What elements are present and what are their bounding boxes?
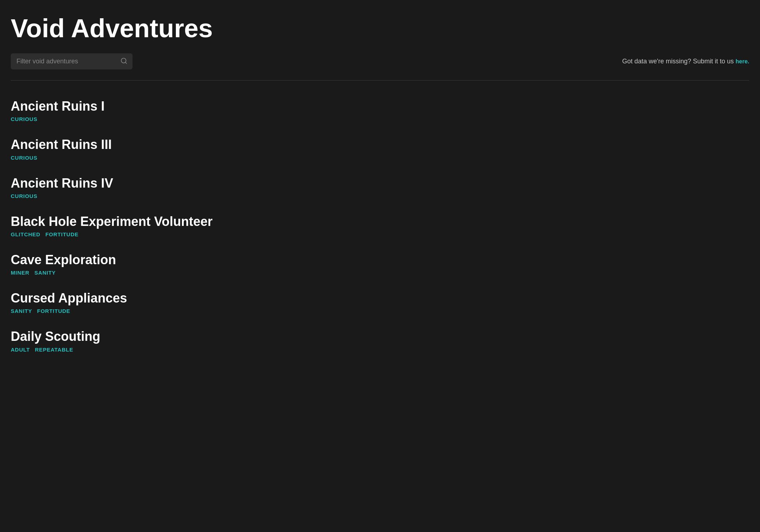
adventure-tags: CURIOUS <box>11 193 749 199</box>
submit-data-text: Got data we're missing? Submit it to us … <box>622 58 749 65</box>
list-item[interactable]: Ancient Ruins IVCURIOUS <box>11 168 749 207</box>
adventure-name: Cave Exploration <box>11 252 749 267</box>
adventure-list: Ancient Ruins ICURIOUSAncient Ruins IIIC… <box>11 91 749 360</box>
list-item[interactable]: Ancient Ruins IIICURIOUS <box>11 130 749 168</box>
adventure-tag: SANITY <box>11 308 32 314</box>
search-wrapper <box>11 53 133 69</box>
adventure-tag: CURIOUS <box>11 193 37 199</box>
list-item[interactable]: Cursed AppliancesSANITYFORTITUDE <box>11 283 749 321</box>
adventure-name: Ancient Ruins III <box>11 137 749 152</box>
list-item[interactable]: Ancient Ruins ICURIOUS <box>11 91 749 130</box>
adventure-name: Ancient Ruins I <box>11 98 749 114</box>
adventure-tag: CURIOUS <box>11 155 37 161</box>
adventure-tag: CURIOUS <box>11 116 37 122</box>
adventure-tag: ADULT <box>11 347 30 353</box>
adventure-tags: SANITYFORTITUDE <box>11 308 749 314</box>
list-item[interactable]: Daily ScoutingADULTREPEATABLE <box>11 321 749 360</box>
adventure-tag: REPEATABLE <box>35 347 73 353</box>
adventure-name: Cursed Appliances <box>11 290 749 306</box>
adventure-name: Daily Scouting <box>11 329 749 344</box>
list-item[interactable]: Black Hole Experiment VolunteerGLITCHEDF… <box>11 207 749 245</box>
adventure-tags: GLITCHEDFORTITUDE <box>11 231 749 237</box>
adventure-tags: MINERSANITY <box>11 270 749 276</box>
page-title: Void Adventures <box>11 14 749 43</box>
submit-link[interactable]: here. <box>736 58 749 64</box>
adventure-tag: MINER <box>11 270 29 276</box>
list-item[interactable]: Cave ExplorationMINERSANITY <box>11 245 749 283</box>
submit-text-label: Got data we're missing? Submit it to us <box>622 58 736 65</box>
adventure-tag: FORTITUDE <box>37 308 71 314</box>
adventure-tag: FORTITUDE <box>45 231 79 237</box>
adventure-tags: ADULTREPEATABLE <box>11 347 749 353</box>
adventure-tags: CURIOUS <box>11 116 749 122</box>
adventure-tag: GLITCHED <box>11 231 40 237</box>
adventure-name: Black Hole Experiment Volunteer <box>11 214 749 229</box>
section-divider <box>11 80 749 81</box>
search-input[interactable] <box>11 53 133 69</box>
adventure-tags: CURIOUS <box>11 155 749 161</box>
adventure-tag: SANITY <box>34 270 56 276</box>
adventure-name: Ancient Ruins IV <box>11 175 749 191</box>
search-bar-row: Got data we're missing? Submit it to us … <box>11 53 749 69</box>
